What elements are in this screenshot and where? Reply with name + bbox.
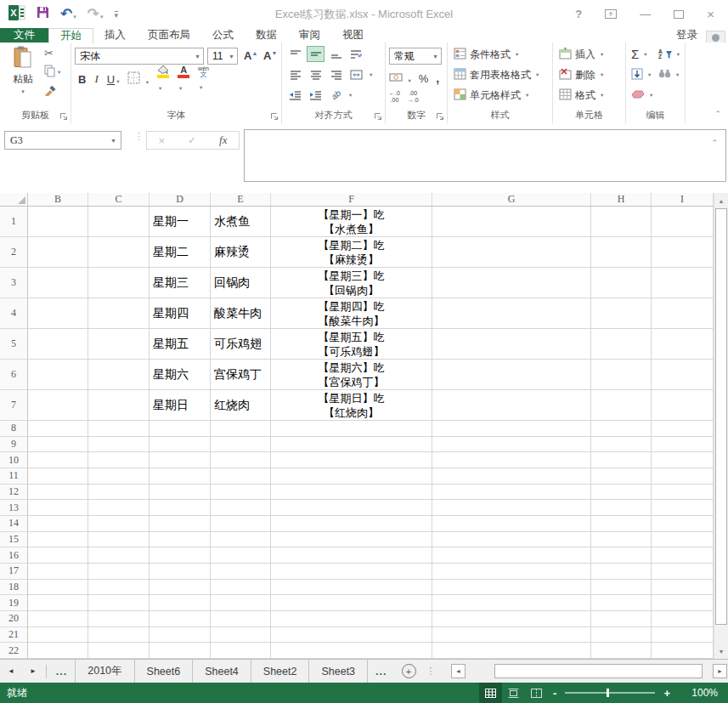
cell-D4[interactable]: 星期四 [150, 298, 211, 329]
zoom-in-button[interactable]: + [658, 687, 675, 700]
row-header-4[interactable]: 4 [0, 298, 28, 329]
cell-G22[interactable] [432, 643, 591, 659]
cell-G9[interactable] [432, 437, 591, 453]
cell-I20[interactable] [652, 611, 714, 627]
cell-I18[interactable] [652, 580, 714, 596]
cell-H15[interactable] [591, 532, 652, 548]
cell-D13[interactable] [150, 500, 211, 516]
cell-F17[interactable] [271, 564, 432, 580]
scroll-down-button[interactable]: ▼ [714, 644, 728, 658]
cell-B3[interactable] [28, 268, 88, 298]
cell-G7[interactable] [432, 390, 591, 421]
cell-B22[interactable] [28, 643, 88, 659]
cell-C5[interactable] [88, 329, 150, 360]
cell-E12[interactable] [211, 485, 271, 501]
formula-bar-splitter[interactable]: ⋮ [134, 134, 144, 139]
close-button[interactable]: × [707, 7, 714, 21]
cell-C1[interactable] [88, 207, 150, 237]
accounting-format-button[interactable]: ▾ [389, 71, 411, 86]
cell-styles-button[interactable]: 单元格样式▾ [454, 87, 528, 104]
cell-I5[interactable] [652, 329, 714, 360]
cell-G6[interactable] [432, 360, 591, 390]
format-cells-button[interactable]: 格式▾ [559, 87, 603, 104]
cell-E9[interactable] [211, 437, 271, 453]
cell-C19[interactable] [88, 595, 150, 611]
comma-style-button[interactable]: , [436, 71, 439, 85]
cell-I13[interactable] [652, 500, 714, 516]
cell-D12[interactable] [150, 485, 211, 501]
cell-F10[interactable] [271, 452, 432, 468]
cell-F4[interactable]: 【星期四】吃【酸菜牛肉】 [271, 298, 432, 329]
cell-I15[interactable] [652, 532, 714, 548]
cell-E8[interactable] [211, 421, 271, 437]
cell-E7[interactable]: 红烧肉 [211, 390, 271, 421]
row-header-3[interactable]: 3 [0, 268, 28, 298]
cell-D14[interactable] [150, 516, 211, 532]
cell-D17[interactable] [150, 564, 211, 580]
cell-H12[interactable] [591, 485, 652, 501]
copy-button[interactable]: ▾ [44, 65, 60, 79]
cell-F11[interactable] [271, 468, 432, 485]
sheet-tab-Sheet6[interactable]: Sheet6 [135, 660, 194, 683]
row-header-8[interactable]: 8 [0, 421, 28, 437]
cell-B21[interactable] [28, 627, 88, 643]
row-header-21[interactable]: 21 [0, 627, 28, 643]
align-top-button[interactable] [286, 46, 304, 62]
horizontal-scrollbar-thumb[interactable] [494, 664, 703, 678]
cell-H4[interactable] [591, 298, 652, 329]
cell-G19[interactable] [432, 595, 591, 611]
row-header-13[interactable]: 13 [0, 500, 28, 516]
zoom-level[interactable]: 100% [680, 687, 718, 699]
fill-color-button[interactable]: ▾ [157, 65, 169, 94]
cell-I12[interactable] [652, 485, 714, 501]
cell-H22[interactable] [591, 643, 652, 659]
confirm-entry-button[interactable]: ✓ [188, 134, 196, 146]
cell-I16[interactable] [652, 547, 714, 564]
cell-C9[interactable] [88, 437, 150, 453]
cell-C3[interactable] [88, 268, 150, 298]
cell-C10[interactable] [88, 452, 150, 468]
vertical-scrollbar-thumb[interactable] [715, 208, 727, 625]
orientation-button[interactable]: ab [327, 87, 345, 103]
cell-F1[interactable]: 【星期一】吃【水煮鱼】 [271, 207, 432, 237]
tab-home[interactable]: 开始 [48, 28, 93, 43]
cell-G1[interactable] [432, 207, 591, 237]
cell-I2[interactable] [652, 237, 714, 268]
fill-button[interactable]: ▾ [631, 66, 651, 83]
cell-D9[interactable] [150, 437, 211, 453]
cell-F18[interactable] [271, 580, 432, 596]
cell-B16[interactable] [28, 547, 88, 564]
find-select-button[interactable]: ▾ [658, 66, 679, 83]
row-header-5[interactable]: 5 [0, 329, 28, 360]
cell-H11[interactable] [591, 468, 652, 485]
cell-C12[interactable] [88, 485, 150, 501]
number-dialog-launcher[interactable] [436, 112, 444, 121]
sheet-tab-Sheet3[interactable]: Sheet3 [309, 660, 368, 683]
new-sheet-button[interactable]: + [402, 664, 416, 678]
cell-G10[interactable] [432, 452, 591, 468]
tab-view[interactable]: 视图 [331, 28, 375, 43]
cell-G14[interactable] [432, 516, 591, 532]
font-color-button[interactable]: A ▾ [178, 65, 189, 94]
cell-F3[interactable]: 【星期三】吃【回锅肉】 [271, 268, 432, 298]
cell-C20[interactable] [88, 611, 150, 627]
cell-C4[interactable] [88, 298, 150, 329]
cell-I3[interactable] [652, 268, 714, 298]
tab-review[interactable]: 审阅 [288, 28, 331, 43]
cell-H18[interactable] [591, 580, 652, 596]
insert-function-button[interactable]: fx [219, 133, 227, 147]
cell-G21[interactable] [432, 627, 591, 643]
cell-E17[interactable] [211, 564, 271, 580]
cell-B11[interactable] [28, 468, 88, 485]
next-sheet-button[interactable]: ► [22, 667, 44, 675]
cell-B19[interactable] [28, 595, 88, 611]
help-button[interactable]: ? [575, 8, 582, 20]
autosum-button[interactable]: Σ▾ [631, 46, 647, 63]
zoom-out-button[interactable]: - [548, 687, 562, 700]
font-name-select[interactable]: 宋体 ▼ [75, 48, 204, 65]
column-header-G[interactable]: G [432, 193, 591, 207]
cell-B8[interactable] [28, 421, 88, 437]
increase-indent-button[interactable] [307, 87, 324, 103]
cell-E13[interactable] [211, 500, 271, 516]
cell-B7[interactable] [28, 390, 88, 421]
